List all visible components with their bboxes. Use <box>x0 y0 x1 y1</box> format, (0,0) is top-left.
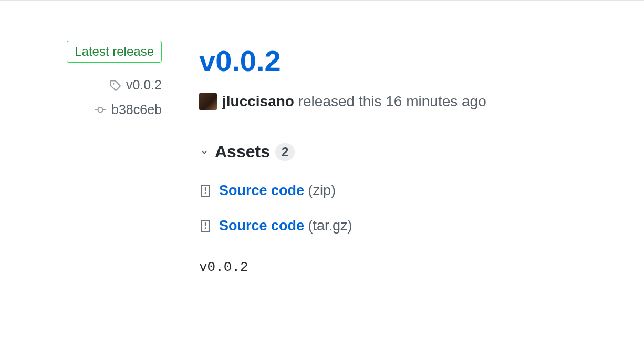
commit-row[interactable]: b38c6eb <box>0 102 162 117</box>
release-byline: jluccisano released this 16 minutes ago <box>199 93 644 110</box>
release-container: Latest release v0.0.2 b38c6eb v0.0.2 jlu… <box>0 0 644 344</box>
file-zip-icon <box>199 185 212 197</box>
assets-list: Source code (zip) Source code (tar.gz) <box>199 183 644 234</box>
release-body: v0.0.2 <box>199 259 644 275</box>
tag-icon <box>109 79 121 91</box>
asset-ext: (tar.gz) <box>308 218 352 234</box>
tag-name: v0.0.2 <box>126 77 162 93</box>
avatar[interactable] <box>199 93 217 110</box>
asset-ext: (zip) <box>308 183 336 198</box>
file-zip-icon <box>199 220 212 232</box>
release-main: v0.0.2 jluccisano released this 16 minut… <box>182 1 644 344</box>
release-sidebar: Latest release v0.0.2 b38c6eb <box>0 1 182 344</box>
commit-icon <box>95 104 106 116</box>
commit-sha: b38c6eb <box>111 102 162 117</box>
asset-name: Source code <box>219 183 304 198</box>
latest-release-badge: Latest release <box>67 41 162 63</box>
assets-toggle[interactable]: Assets 2 <box>199 142 644 161</box>
assets-count: 2 <box>275 143 295 161</box>
assets-label: Assets <box>215 142 270 161</box>
released-time: 16 minutes ago <box>386 93 486 109</box>
released-text: released this <box>298 93 382 109</box>
author-username[interactable]: jluccisano <box>222 93 294 109</box>
tag-row[interactable]: v0.0.2 <box>0 77 162 93</box>
asset-item[interactable]: Source code (zip) <box>199 183 644 199</box>
asset-item[interactable]: Source code (tar.gz) <box>199 218 644 234</box>
chevron-down-icon <box>199 147 210 157</box>
asset-name: Source code <box>219 218 304 234</box>
release-title[interactable]: v0.0.2 <box>199 44 644 78</box>
